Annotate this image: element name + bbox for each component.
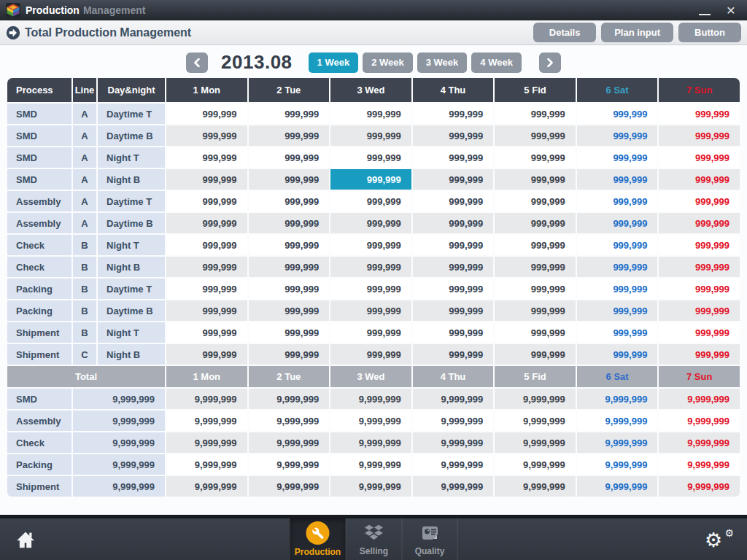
week-button-1[interactable]: 1 Week bbox=[309, 52, 359, 73]
cell-value[interactable]: 999,999 bbox=[330, 344, 411, 365]
cell-value[interactable]: 999,999 bbox=[330, 213, 411, 233]
cell-value[interactable]: 999,999 bbox=[659, 257, 740, 277]
cell-value[interactable]: 999,999 bbox=[659, 125, 740, 146]
cell-value[interactable]: 999,999 bbox=[413, 104, 494, 124]
cell-value[interactable]: 999,999 bbox=[577, 344, 658, 365]
next-month-button[interactable] bbox=[539, 52, 561, 73]
cell-value[interactable]: 999,999 bbox=[659, 300, 740, 321]
cell-value[interactable]: 999,999 bbox=[166, 191, 247, 211]
cell-value[interactable]: 999,999 bbox=[577, 322, 658, 343]
tab-selling[interactable]: Selling bbox=[346, 518, 402, 560]
total-cell-value[interactable]: 9,999,999 bbox=[659, 476, 740, 497]
week-button-4[interactable]: 4 Week bbox=[471, 52, 522, 73]
cell-value[interactable]: 999,999 bbox=[495, 191, 576, 211]
total-cell-value[interactable]: 9,999,999 bbox=[166, 389, 247, 409]
cell-value[interactable]: 999,999 bbox=[330, 191, 411, 211]
cell-value[interactable]: 999,999 bbox=[577, 104, 658, 124]
cell-value[interactable]: 999,999 bbox=[577, 279, 658, 299]
total-cell-value[interactable]: 9,999,999 bbox=[330, 476, 411, 497]
cell-value[interactable]: 999,999 bbox=[659, 322, 740, 343]
total-cell-value[interactable]: 9,999,999 bbox=[577, 389, 658, 409]
cell-value[interactable]: 999,999 bbox=[166, 257, 247, 277]
total-cell-value[interactable]: 9,999,999 bbox=[659, 432, 740, 453]
cell-value[interactable]: 999,999 bbox=[577, 147, 658, 168]
cell-value[interactable]: 999,999 bbox=[495, 344, 576, 365]
cell-value[interactable]: 999,999 bbox=[249, 191, 330, 211]
cell-value[interactable]: 999,999 bbox=[413, 257, 494, 277]
cell-value[interactable]: 999,999 bbox=[577, 169, 658, 190]
cell-value[interactable]: 999,999 bbox=[166, 344, 247, 365]
cell-value[interactable]: 999,999 bbox=[413, 322, 494, 343]
cell-value[interactable]: 999,999 bbox=[495, 322, 576, 343]
cell-value[interactable]: 999,999 bbox=[659, 169, 740, 190]
cell-value[interactable]: 999,999 bbox=[413, 125, 494, 146]
cell-value[interactable]: 999,999 bbox=[166, 213, 247, 233]
cell-value[interactable]: 999,999 bbox=[249, 279, 330, 299]
total-cell-value[interactable]: 9,999,999 bbox=[330, 411, 411, 431]
total-cell-value[interactable]: 9,999,999 bbox=[413, 389, 494, 409]
cell-value[interactable]: 999,999 bbox=[495, 257, 576, 277]
total-cell-value[interactable]: 9,999,999 bbox=[249, 454, 330, 475]
cell-value[interactable]: 999,999 bbox=[166, 322, 247, 343]
cell-value[interactable]: 999,999 bbox=[249, 147, 330, 168]
cell-value[interactable]: 999,999 bbox=[577, 300, 658, 321]
cell-value[interactable]: 999,999 bbox=[577, 191, 658, 211]
generic-button[interactable]: Button bbox=[678, 23, 741, 42]
cell-value[interactable]: 999,999 bbox=[413, 279, 494, 299]
cell-value[interactable]: 999,999 bbox=[166, 125, 247, 146]
cell-value[interactable]: 999,999 bbox=[330, 235, 411, 255]
total-cell-value[interactable]: 9,999,999 bbox=[413, 476, 494, 497]
tab-production[interactable]: Production bbox=[290, 518, 346, 560]
cell-value[interactable]: 999,999 bbox=[659, 235, 740, 255]
cell-value[interactable]: 999,999 bbox=[413, 344, 494, 365]
cell-value[interactable]: 999,999 bbox=[330, 147, 411, 168]
cell-value[interactable]: 999,999 bbox=[659, 279, 740, 299]
cell-value[interactable]: 999,999 bbox=[166, 104, 247, 124]
cell-value[interactable]: 999,999 bbox=[659, 191, 740, 211]
cell-value[interactable]: 999,999 bbox=[249, 213, 330, 233]
cell-value[interactable]: 999,999 bbox=[495, 279, 576, 299]
total-cell-value[interactable]: 9,999,999 bbox=[249, 476, 330, 497]
week-button-2[interactable]: 2 Week bbox=[363, 52, 413, 73]
total-cell-value[interactable]: 9,999,999 bbox=[577, 411, 658, 431]
cell-value[interactable]: 999,999 bbox=[659, 213, 740, 233]
total-cell-value[interactable]: 9,999,999 bbox=[577, 432, 658, 453]
total-cell-value[interactable]: 9,999,999 bbox=[166, 411, 247, 431]
total-cell-value[interactable]: 9,999,999 bbox=[495, 454, 576, 475]
cell-value[interactable]: 999,999 bbox=[166, 235, 247, 255]
cell-value[interactable]: 999,999 bbox=[330, 125, 411, 146]
cell-value[interactable]: 999,999 bbox=[249, 344, 330, 365]
total-cell-value[interactable]: 9,999,999 bbox=[659, 389, 740, 409]
total-cell-value[interactable]: 9,999,999 bbox=[413, 432, 494, 453]
cell-value[interactable]: 999,999 bbox=[330, 104, 411, 124]
cell-value[interactable]: 999,999 bbox=[495, 125, 576, 146]
prev-month-button[interactable] bbox=[186, 52, 208, 73]
total-cell-value[interactable]: 9,999,999 bbox=[659, 411, 740, 431]
cell-value[interactable]: 999,999 bbox=[330, 279, 411, 299]
total-cell-value[interactable]: 9,999,999 bbox=[413, 454, 494, 475]
total-cell-value[interactable]: 9,999,999 bbox=[495, 389, 576, 409]
cell-value[interactable]: 999,999 bbox=[249, 104, 330, 124]
total-cell-value[interactable]: 9,999,999 bbox=[330, 454, 411, 475]
cell-value[interactable]: 999,999 bbox=[577, 235, 658, 255]
cell-value[interactable]: 999,999 bbox=[330, 257, 411, 277]
cell-value[interactable]: 999,999 bbox=[413, 147, 494, 168]
cell-value[interactable]: 999,999 bbox=[413, 235, 494, 255]
settings-gears-icon[interactable]: ⚙ ⚙ bbox=[705, 526, 735, 553]
cell-value[interactable]: 999,999 bbox=[659, 104, 740, 124]
total-cell-value[interactable]: 9,999,999 bbox=[659, 454, 740, 475]
cell-value[interactable]: 999,999 bbox=[249, 125, 330, 146]
cell-value[interactable]: 999,999 bbox=[495, 169, 576, 190]
cell-value[interactable]: 999,999 bbox=[249, 322, 330, 343]
cell-value[interactable]: 999,999 bbox=[659, 147, 740, 168]
close-button[interactable]: × bbox=[727, 3, 735, 18]
cell-value[interactable]: 999,999 bbox=[166, 169, 247, 190]
cell-value[interactable]: 999,999 bbox=[413, 300, 494, 321]
cell-value[interactable]: 999,999 bbox=[577, 213, 658, 233]
total-cell-value[interactable]: 9,999,999 bbox=[166, 476, 247, 497]
cell-value[interactable]: 999,999 bbox=[249, 169, 330, 190]
total-cell-value[interactable]: 9,999,999 bbox=[166, 432, 247, 453]
cell-value[interactable]: 999,999 bbox=[495, 300, 576, 321]
cell-value[interactable]: 999,999 bbox=[330, 300, 411, 321]
total-cell-value[interactable]: 9,999,999 bbox=[577, 476, 658, 497]
